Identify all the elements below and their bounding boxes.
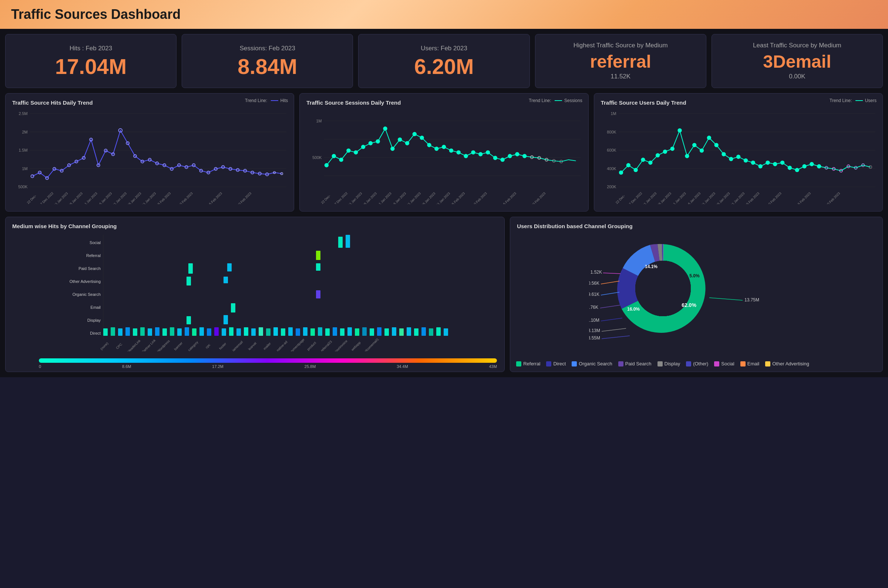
svg-rect-182 bbox=[316, 263, 320, 271]
kpi-hits-label: Hits : Feb 2023 bbox=[69, 45, 112, 52]
svg-line-276 bbox=[602, 336, 630, 339]
svg-rect-178 bbox=[346, 235, 350, 248]
svg-rect-180 bbox=[188, 263, 193, 274]
svg-text:1.5M: 1.5M bbox=[18, 148, 27, 152]
svg-text:1.52K: 1.52K bbox=[590, 270, 602, 275]
svg-rect-195 bbox=[148, 328, 152, 336]
svg-text:350.76K: 350.76K bbox=[589, 305, 598, 310]
svg-text:16 Jan 2023: 16 Jan 2023 bbox=[97, 192, 113, 204]
svg-rect-203 bbox=[207, 328, 211, 336]
svg-text:13.75M: 13.75M bbox=[744, 297, 759, 303]
svg-text:15 Feb 2023: 15 Feb 2023 bbox=[501, 192, 517, 204]
svg-text:31 Jan 2023: 31 Jan 2023 bbox=[730, 192, 745, 204]
svg-rect-210 bbox=[258, 327, 263, 336]
legend-email: Email bbox=[740, 361, 760, 366]
svg-text:500K: 500K bbox=[313, 155, 322, 160]
svg-text:200K: 200K bbox=[607, 184, 616, 189]
svg-text:05 Feb 2023: 05 Feb 2023 bbox=[744, 192, 760, 204]
hits-chart-svg: 2.5M 2M 1.5M 1M 500K bbox=[12, 108, 287, 204]
svg-point-79 bbox=[435, 147, 439, 150]
svg-point-133 bbox=[714, 143, 718, 147]
kpi-users-label: Users: Feb 2023 bbox=[421, 45, 467, 52]
svg-text:10.56K: 10.56K bbox=[589, 280, 600, 286]
svg-point-89 bbox=[508, 154, 512, 158]
chart-users-trend: Traffic Source Users Daily Trend Trend L… bbox=[594, 93, 883, 212]
svg-text:1.10M: 1.10M bbox=[589, 318, 600, 323]
svg-text:Partner Link: Partner Link bbox=[141, 338, 156, 351]
svg-rect-207 bbox=[236, 328, 241, 336]
svg-point-10 bbox=[31, 175, 34, 178]
svg-text:paymentpage: paymentpage bbox=[288, 338, 305, 351]
svg-point-124 bbox=[648, 161, 652, 165]
svg-text:22 Dec-: 22 Dec- bbox=[320, 194, 331, 204]
svg-text:29.61K: 29.61K bbox=[589, 292, 600, 297]
svg-text:3.13M: 3.13M bbox=[589, 328, 600, 333]
svg-point-78 bbox=[427, 143, 431, 147]
svg-text:26 Jan 2023: 26 Jan 2023 bbox=[421, 192, 436, 204]
legend-color-organic bbox=[572, 361, 577, 366]
svg-rect-231 bbox=[414, 328, 418, 336]
svg-point-147 bbox=[817, 165, 821, 168]
svg-point-134 bbox=[722, 152, 726, 156]
svg-rect-192 bbox=[125, 327, 130, 336]
svg-text:26 Jan 2023: 26 Jan 2023 bbox=[126, 192, 142, 204]
svg-text:06 Jan 2023: 06 Jan 2023 bbox=[657, 192, 672, 204]
svg-rect-193 bbox=[133, 328, 137, 336]
svg-text:62.0%: 62.0% bbox=[682, 302, 696, 308]
svg-text:11 Jan 2023: 11 Jan 2023 bbox=[671, 192, 687, 204]
legend-color-email bbox=[740, 361, 745, 366]
svg-text:15 Feb 2023: 15 Feb 2023 bbox=[795, 192, 811, 204]
svg-point-66 bbox=[340, 158, 343, 162]
legend-color-display bbox=[658, 361, 663, 366]
svg-point-86 bbox=[486, 150, 490, 154]
svg-point-136 bbox=[736, 155, 740, 159]
svg-text:27 Dec 2022: 27 Dec 2022 bbox=[627, 191, 643, 204]
svg-rect-228 bbox=[392, 327, 396, 336]
svg-rect-211 bbox=[266, 328, 270, 336]
kpi-highest: Highest Traffic Source by Medium referra… bbox=[535, 34, 706, 88]
kpi-row: Hits : Feb 2023 17.04M Sessions: Feb 202… bbox=[0, 29, 888, 93]
svg-text:22 Dec-: 22 Dec- bbox=[26, 194, 37, 204]
kpi-hits: Hits : Feb 2023 17.04M bbox=[5, 34, 176, 88]
svg-point-72 bbox=[383, 127, 387, 130]
svg-rect-233 bbox=[429, 328, 433, 336]
svg-text:Social: Social bbox=[90, 240, 101, 245]
svg-rect-224 bbox=[362, 327, 367, 336]
svg-text:11 Jan 2023: 11 Jan 2023 bbox=[377, 192, 392, 204]
svg-point-128 bbox=[678, 129, 682, 132]
svg-rect-204 bbox=[214, 327, 219, 336]
svg-point-130 bbox=[692, 143, 696, 147]
svg-text:Direct: Direct bbox=[90, 331, 101, 335]
svg-rect-235 bbox=[444, 328, 448, 336]
svg-text:15 Feb 2023: 15 Feb 2023 bbox=[207, 192, 223, 204]
svg-text:product: product bbox=[307, 340, 317, 351]
svg-text:referral23: referral23 bbox=[320, 340, 333, 351]
svg-line-278 bbox=[709, 298, 742, 300]
svg-rect-217 bbox=[310, 328, 315, 336]
svg-rect-208 bbox=[244, 327, 248, 336]
svg-rect-197 bbox=[162, 328, 167, 336]
svg-point-137 bbox=[744, 159, 747, 162]
svg-rect-200 bbox=[185, 327, 189, 336]
svg-point-131 bbox=[700, 148, 703, 152]
svg-point-132 bbox=[707, 136, 711, 140]
kpi-least-value: 3Demail bbox=[763, 53, 831, 70]
svg-point-126 bbox=[663, 150, 667, 153]
svg-rect-191 bbox=[118, 328, 122, 336]
svg-text:HeaderLink: HeaderLink bbox=[126, 339, 141, 351]
users-chart-svg: 1M 800K 600K 400K 200K bbox=[601, 108, 876, 204]
svg-text:20 Feb 2023: 20 Feb 2023 bbox=[825, 192, 841, 204]
svg-text:06 Jan 2023: 06 Jan 2023 bbox=[362, 192, 378, 204]
svg-point-123 bbox=[641, 158, 645, 162]
legend-other: (Other) bbox=[686, 361, 708, 366]
kpi-least-label: Least Traffic Source by Medium bbox=[753, 42, 841, 49]
svg-text:20 Feb 2023: 20 Feb 2023 bbox=[236, 192, 252, 204]
svg-text:banner: banner bbox=[174, 341, 183, 351]
svg-text:1M: 1M bbox=[316, 119, 322, 123]
svg-rect-186 bbox=[231, 303, 235, 312]
svg-point-143 bbox=[788, 166, 792, 170]
svg-point-135 bbox=[729, 157, 733, 161]
svg-rect-225 bbox=[370, 328, 374, 336]
svg-line-274 bbox=[602, 328, 626, 332]
dashboard-title: Traffic Sources Dashboard bbox=[11, 7, 180, 22]
